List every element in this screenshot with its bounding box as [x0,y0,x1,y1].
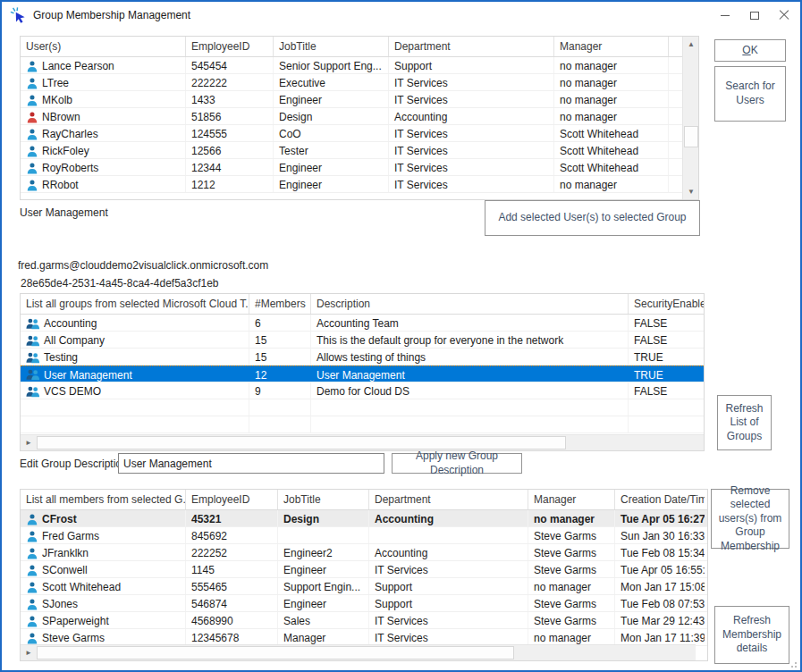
column-header-members[interactable]: List all members from selected G... [21,490,186,509]
close-button[interactable] [769,2,798,29]
group-description: Demo for Cloud DS [311,382,629,399]
user-row[interactable]: RRobot 1212 Engineer IT Services no mana… [21,176,684,193]
remove-users-from-group-button[interactable]: Remove selected users(s) from Group Memb… [711,489,789,549]
users-table-header: User(s) EmployeeID JobTitle Department M… [21,37,684,57]
group-name: Accounting [44,317,97,330]
column-header-department[interactable]: Department [369,490,528,509]
group-row[interactable] [21,399,704,416]
column-header-groups[interactable]: List all groups from selected Microsoft … [21,294,249,314]
column-header-members-count[interactable]: #Members [249,294,311,314]
member-creation-date: Tue Mar 29 12:43 [615,612,705,628]
column-header-description[interactable]: Description [311,294,629,314]
user-department: IT Services [389,176,554,192]
scroll-down-icon[interactable] [683,184,699,199]
group-description: Allows testing of things [311,349,629,365]
ok-button[interactable]: OK [714,39,786,62]
member-creation-date: Mon Jan 17 11:39 [615,629,705,645]
user-row[interactable]: LTree 222222 Executive IT Services no ma… [21,74,684,91]
column-header-department[interactable]: Department [389,37,554,56]
column-header-jobtitle[interactable]: JobTitle [278,490,369,509]
member-job-title: Manager [278,629,369,645]
user-row[interactable]: MKolb 1433 Engineer IT Services no manag… [21,91,684,108]
user-icon [26,565,38,576]
resize-grip[interactable] [788,659,797,668]
refresh-membership-details-button[interactable]: Refresh Membership details [714,606,789,664]
user-icon [26,180,38,191]
group-description [311,399,629,416]
users-table-vertical-scrollbar[interactable] [682,37,698,199]
user-icon [26,112,38,123]
user-job-title: Tester [274,142,389,158]
member-row[interactable]: SConwell 1145 Engineer IT Services Steve… [21,561,707,578]
member-row[interactable]: SJones 546874 Engineer Support Steve Gar… [21,595,707,612]
member-row[interactable]: JFranklkn 222252 Engineer2 Accounting St… [21,544,707,561]
group-row[interactable] [21,416,704,433]
member-row[interactable]: CFrost 45321 Design Accounting no manage… [21,510,707,527]
column-header-employeeid[interactable]: EmployeeID [186,37,274,56]
group-row[interactable]: Accounting 6 Accounting Team FALSE [21,315,704,332]
member-employee-id: 845692 [186,527,278,543]
user-row[interactable]: RoyRoberts 12344 Engineer IT Services Sc… [21,159,684,176]
member-employee-id: 222252 [186,544,278,560]
scrollbar-thumb[interactable] [37,436,566,449]
column-header-employeeid[interactable]: EmployeeID [186,490,278,509]
user-row[interactable]: RayCharles 124555 CoO IT Services Scott … [21,125,684,142]
user-row[interactable]: RickFoley 12566 Tester IT Services Scott… [21,142,684,159]
member-creation-date: Sun Jan 30 16:33: [615,527,705,543]
column-header-manager[interactable]: Manager [528,490,615,509]
member-row[interactable]: SPaperweight 4568990 Sales IT Services S… [21,612,707,629]
member-employee-id: 4568990 [186,612,278,628]
group-name: User Management [44,369,132,382]
members-table-horizontal-scrollbar[interactable] [21,644,696,660]
group-name: VCS DEMO [44,385,101,398]
member-department: IT Services [369,629,528,645]
group-row[interactable]: All Company 15 This is the default group… [21,332,704,349]
user-manager: Scott Whitehead [554,159,669,175]
groups-table-horizontal-scrollbar[interactable] [21,434,704,450]
scrollbar-thumb[interactable] [684,126,698,147]
maximize-button[interactable] [739,2,769,29]
add-users-to-group-button[interactable]: Add selected User(s) to selected Group [485,200,700,236]
group-row[interactable]: Testing 15 Allows testing of things TRUE [21,349,704,365]
group-description-input[interactable] [118,453,384,474]
group-row[interactable]: VCS DEMO 9 Demo for Cloud DS FALSE [21,382,704,399]
column-header-creation-date[interactable]: Creation Date/Tim [615,490,705,509]
scrollbar-thumb[interactable] [37,646,514,659]
apply-group-description-button[interactable]: Apply new Group Description [392,453,522,474]
minimize-button[interactable] [710,2,739,29]
account-email: fred.garms@clouddemo2visualclick.onmicro… [18,259,268,272]
user-name: RickFoley [42,145,89,157]
column-header-users[interactable]: User(s) [21,37,186,56]
member-name: JFranklkn [42,547,89,559]
user-employee-id: 12344 [186,159,274,175]
member-department [369,527,528,543]
edit-group-description-label: Edit Group Description: [20,458,131,470]
column-header-manager[interactable]: Manager [554,37,669,56]
search-for-users-button[interactable]: Search for Users [714,66,786,122]
scroll-right-icon[interactable] [21,435,37,450]
member-row[interactable]: Fred Garms 845692 Steve Garms Sun Jan 30… [21,527,707,544]
group-icon [26,335,40,347]
member-manager: no manager [528,629,615,645]
user-name: MKolb [42,94,72,106]
member-name: CFrost [42,513,77,525]
user-row[interactable]: Lance Pearson 545454 Senior Support Eng.… [21,57,684,74]
group-description: This is the default group for everyone i… [311,332,629,348]
user-job-title: Engineer [274,91,389,107]
user-department: IT Services [389,142,554,158]
group-description [311,416,629,433]
group-row[interactable]: User Management 12 User Management TRUE [21,365,704,382]
member-manager: no manager [528,578,615,594]
user-icon [26,163,38,174]
user-department: Support [389,57,554,73]
member-row[interactable]: Scott Whitehead 555465 Support Engin... … [21,578,707,595]
user-row[interactable]: NBrown 51856 Design Accounting no manage… [21,108,684,125]
column-header-security-enabled[interactable]: SecurityEnable [629,294,704,314]
scroll-up-icon[interactable] [683,37,699,52]
scroll-right-icon[interactable] [21,645,37,660]
member-name: SConwell [42,564,88,576]
column-header-jobtitle[interactable]: JobTitle [274,37,389,56]
refresh-list-of-groups-button[interactable]: Refresh List of Groups [717,395,772,450]
members-table: List all members from selected G... Empl… [20,489,708,661]
user-department: IT Services [389,91,554,107]
